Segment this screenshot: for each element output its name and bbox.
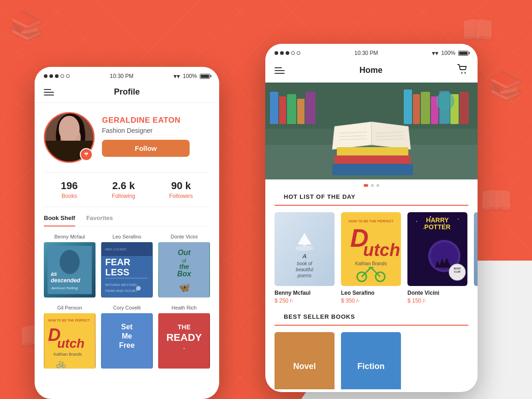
- right-status-right: ▾▾ 100%: [432, 49, 468, 57]
- svg-text:Out: Out: [178, 249, 191, 256]
- svg-text:LESS: LESS: [105, 267, 129, 277]
- svg-point-2: [60, 125, 81, 149]
- book-svg-3: Out of the Box 🦋: [158, 242, 210, 298]
- right-hamburger-line-1: [275, 67, 282, 68]
- right-hamburger-line-2: [275, 70, 285, 71]
- tab-bookshelf[interactable]: Book Shelf: [44, 214, 75, 226]
- svg-text:THE: THE: [178, 323, 191, 331]
- svg-text:descended: descended: [51, 277, 80, 284]
- svg-point-73: [295, 245, 314, 251]
- bg-book-icon-6: 📖: [479, 185, 514, 217]
- book-cover-2[interactable]: MAX LUCADO FEAR LESS MOVING BEYOND FEAR …: [101, 242, 153, 298]
- left-status-bar: 10:30 PM ▾▾ 100%: [35, 67, 219, 83]
- hamburger-line-2: [44, 92, 54, 93]
- book-cover-1[interactable]: as descended Jackson Falling: [44, 242, 96, 298]
- svg-rect-72: [303, 244, 306, 245]
- book-author-2: Leo Serafino: [113, 234, 141, 239]
- hot-book-title-2: Leo Serafino: [341, 290, 401, 296]
- books-grid-row1: Benny Mcfaul as descended Jackson Fallin…: [44, 234, 210, 298]
- left-time: 10:30 PM: [110, 73, 133, 79]
- right-battery-fill: [459, 52, 467, 55]
- book-cover-4[interactable]: HOW TO BE THE PERFECT D utch Kathian Bra…: [44, 313, 96, 369]
- svg-text:FEAR AND DOUBT: FEAR AND DOUBT: [105, 289, 137, 293]
- dot-1: [44, 74, 48, 78]
- cart-svg: [457, 64, 468, 74]
- hamburger-line-1: [44, 89, 51, 90]
- best-svg-2: Fiction: [341, 332, 401, 389]
- cart-icon[interactable]: [457, 64, 468, 77]
- svg-text:🦋: 🦋: [179, 282, 190, 293]
- hamburger-line-3: [44, 95, 54, 95]
- svg-text:HARRY: HARRY: [426, 216, 449, 224]
- tabs-row: Book Shelf Favorites: [44, 214, 210, 226]
- book-col-6: Heath Rich THE READY •: [158, 305, 210, 369]
- right-battery-icon: [458, 51, 468, 56]
- hot-book-cover-1: A book of beautiful poems: [275, 212, 335, 286]
- svg-text:Jackson Falling: Jackson Falling: [51, 286, 78, 290]
- svg-text:HOW TO BE THE PERFECT: HOW TO BE THE PERFECT: [48, 319, 90, 322]
- svg-text:the: the: [179, 263, 189, 270]
- svg-text:POTTER: POTTER: [424, 223, 451, 231]
- best-book-1[interactable]: Novel: [275, 332, 335, 389]
- right-dot-3: [286, 51, 289, 55]
- banner-dot-3[interactable]: [377, 184, 379, 187]
- svg-rect-3: [66, 148, 75, 157]
- book-col-4: Gil Penson HOW TO BE THE PERFECT D utch …: [44, 305, 96, 369]
- book-cover-5[interactable]: Set Me Free: [101, 313, 153, 369]
- best-book-2[interactable]: Fiction: [341, 332, 401, 389]
- stat-followers: 90 k Followers: [169, 180, 193, 199]
- svg-text:MOVING BEYOND: MOVING BEYOND: [105, 283, 137, 287]
- dot-4: [60, 74, 64, 78]
- svg-point-1: [57, 113, 84, 146]
- right-wifi-icon: ▾▾: [432, 49, 438, 57]
- right-time: 10:30 PM: [354, 50, 378, 56]
- book-cover-6[interactable]: THE READY •: [158, 313, 210, 369]
- book-cover-3[interactable]: Out of the Box 🦋: [158, 242, 210, 298]
- profile-header: GERALDINE EATON Fashion Designer Follow: [44, 112, 210, 163]
- hot-book-3[interactable]: HARRY POTTER BOOK CLUB Donte Vicini $ 15…: [407, 212, 467, 304]
- svg-text:Kathian Brands: Kathian Brands: [355, 261, 387, 266]
- books-label: Books: [61, 193, 78, 199]
- svg-text:Set: Set: [121, 323, 133, 331]
- right-nav-title: Home: [359, 66, 383, 75]
- svg-text:Me: Me: [122, 332, 132, 340]
- banner-dot-2[interactable]: [371, 184, 374, 187]
- hot-book-cover-2: HOW TO BE THE PERFECT D utch Kathian Bra…: [341, 212, 401, 286]
- book-author-1: Benny Mcfaul: [54, 234, 85, 239]
- hot-book-price-3: $ 150 /-: [407, 298, 467, 304]
- hamburger-menu[interactable]: [44, 89, 54, 95]
- book-col-1: Benny Mcfaul as descended Jackson Fallin…: [44, 234, 96, 298]
- followers-count: 90 k: [169, 180, 193, 192]
- right-dot-2: [280, 51, 284, 55]
- svg-point-91: [416, 221, 417, 222]
- follow-button[interactable]: Follow: [102, 140, 190, 157]
- svg-text:READY: READY: [166, 332, 202, 343]
- svg-text:•: •: [183, 346, 185, 351]
- avatar-badge: [80, 148, 93, 161]
- books-grid-row2: Gil Penson HOW TO BE THE PERFECT D utch …: [44, 305, 210, 369]
- svg-rect-45: [279, 96, 286, 124]
- hot-book-2[interactable]: HOW TO BE THE PERFECT D utch Kathian Bra…: [341, 212, 401, 304]
- wifi-icon: ▾▾: [173, 72, 180, 80]
- dutch-cover-svg: HOW TO BE THE PERFECT D utch Kathian Bra…: [341, 212, 401, 286]
- svg-text:🚲: 🚲: [56, 358, 66, 369]
- profile-job-title: Fashion Designer: [102, 127, 210, 134]
- svg-point-7: [60, 250, 80, 274]
- svg-text:utch: utch: [363, 240, 400, 260]
- banner-dot-active[interactable]: [364, 184, 368, 187]
- tab-favorites[interactable]: Favorites: [86, 214, 113, 226]
- svg-point-40: [461, 72, 462, 74]
- right-hamburger-menu[interactable]: [275, 67, 285, 74]
- svg-point-19: [136, 286, 141, 291]
- profile-name: GERALDINE EATON: [102, 116, 210, 125]
- right-dot-5: [297, 51, 300, 55]
- right-dot-4: [291, 51, 295, 55]
- svg-text:as: as: [51, 271, 57, 277]
- hot-list-books-row: A book of beautiful poems Benny Mcfaul $…: [265, 212, 478, 313]
- hp-cover-svg: HARRY POTTER BOOK CLUB: [407, 212, 467, 286]
- hot-list-title: HOT LIST OF THE DAY: [275, 193, 468, 206]
- svg-rect-55: [460, 92, 469, 124]
- best-svg-1: Novel: [275, 332, 335, 389]
- svg-rect-106: [341, 332, 401, 389]
- hot-book-1[interactable]: A book of beautiful poems Benny Mcfaul $…: [275, 212, 335, 304]
